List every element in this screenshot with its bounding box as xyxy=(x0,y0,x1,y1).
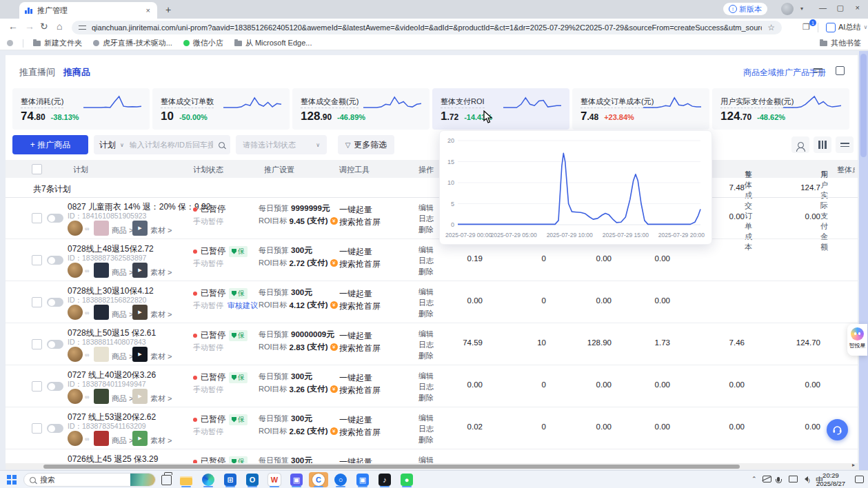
taskbar-app-app-indigo[interactable]: ▣ xyxy=(287,472,306,487)
other-bookmarks-button[interactable]: 其他书签 xyxy=(820,38,861,48)
material-thumbnail[interactable]: ▶ xyxy=(132,347,148,362)
select-all-checkbox[interactable] xyxy=(32,164,42,174)
action-link[interactable]: 编辑 xyxy=(418,202,434,213)
material-link[interactable]: 素材 > xyxy=(150,436,172,446)
control-tools[interactable]: 一键起量搜索抢首屏 xyxy=(339,414,381,438)
bookmark-star-icon[interactable]: ☆ xyxy=(767,23,775,32)
action-link[interactable]: 编辑 xyxy=(418,286,434,297)
control-tools[interactable]: 一键起量搜索抢首屏 xyxy=(339,287,381,312)
plan-status-select[interactable]: 请筛选计划状态 ∨ xyxy=(236,135,327,154)
row-checkbox[interactable] xyxy=(32,423,42,434)
back-button[interactable]: ← xyxy=(8,21,18,32)
more-filters-button[interactable]: ▽ 更多筛选 xyxy=(338,135,394,154)
metric-card[interactable]: 整体成交订单数 10 -50.00% xyxy=(152,88,290,130)
control-tools[interactable]: 一键起量搜索抢首屏 xyxy=(339,203,381,228)
action-link[interactable]: 删除 xyxy=(418,266,434,277)
action-link[interactable]: 编辑 xyxy=(418,244,434,255)
col-plan[interactable]: 计划 xyxy=(73,165,88,175)
tab-live-room[interactable]: 推直播间 xyxy=(19,66,55,79)
metric-card[interactable]: 用户实际支付金额(元) 124.70 -48.62% xyxy=(712,88,849,130)
row-checkbox[interactable] xyxy=(32,297,42,307)
plan-enable-toggle[interactable] xyxy=(47,340,63,349)
fullscreen-icon[interactable] xyxy=(836,66,845,77)
action-link[interactable]: 删除 xyxy=(418,308,434,319)
material-thumbnail[interactable]: ▶ xyxy=(132,221,148,236)
taskbar-app-douyin[interactable]: ♪ xyxy=(375,472,394,487)
action-link[interactable]: 编辑 xyxy=(418,328,434,339)
table-settings-icon[interactable] xyxy=(836,136,854,153)
url-bar[interactable]: qianchuan.jinritemai.com/uni-prom?aavid=… xyxy=(72,21,782,34)
material-link[interactable]: 素材 > xyxy=(150,267,172,278)
site-settings-icon[interactable] xyxy=(79,25,86,31)
action-link[interactable]: 日志 xyxy=(418,213,434,224)
taskbar-search[interactable]: 搜索 xyxy=(23,473,156,487)
metric-card[interactable]: 整体支付ROI 1.72 -14.43% xyxy=(432,88,569,130)
row-actions[interactable]: 编辑日志删除 xyxy=(418,202,434,235)
action-link[interactable]: 编辑 xyxy=(418,412,434,423)
material-thumbnail[interactable]: ▶ xyxy=(132,305,148,320)
action-link[interactable]: 日志 xyxy=(418,297,434,308)
table-horizontal-scrollbar[interactable]: ▸ xyxy=(6,463,858,469)
microphone-icon[interactable] xyxy=(777,476,780,483)
product-link[interactable]: 商品 > xyxy=(112,309,133,320)
window-close-button[interactable]: × xyxy=(856,3,860,12)
add-promotion-button[interactable]: + 推广商品 xyxy=(12,135,88,154)
taskbar-app-edge-browser[interactable] xyxy=(199,472,218,487)
product-thumbnail[interactable] xyxy=(94,389,109,404)
material-thumbnail[interactable]: ▶ xyxy=(132,431,148,446)
sliders-icon[interactable] xyxy=(814,66,822,77)
col-clipped[interactable]: 整体成交 xyxy=(837,165,855,175)
row-checkbox[interactable] xyxy=(32,381,42,392)
search-icon[interactable] xyxy=(219,142,225,148)
row-actions[interactable]: 编辑日志删除 xyxy=(418,286,434,319)
bookmark-item[interactable]: 虎牙直播-技术驱动... xyxy=(93,38,172,48)
plan-title[interactable]: 0726线上45 退25 保3.29 xyxy=(68,454,158,463)
new-tab-button[interactable]: + xyxy=(165,4,171,15)
notification-icon[interactable] xyxy=(855,476,864,485)
product-link[interactable]: 商品 > xyxy=(112,352,133,362)
windows-start-button[interactable] xyxy=(7,475,17,485)
action-link[interactable]: 删除 xyxy=(418,392,434,403)
action-link[interactable]: 编辑 xyxy=(418,370,434,381)
metric-card[interactable]: 整体成交金额(元) 128.90 -46.89% xyxy=(292,88,430,130)
display-icon[interactable] xyxy=(789,476,798,484)
row-checkbox[interactable] xyxy=(32,339,42,349)
new-version-badge[interactable]: ! 新版本 xyxy=(723,3,767,15)
col-tools[interactable]: 调控工具 xyxy=(339,165,370,175)
action-link[interactable]: 日志 xyxy=(418,423,434,434)
assistant-widget[interactable]: 智投星 xyxy=(847,324,867,356)
row-actions[interactable]: 编辑日志删除 xyxy=(418,328,434,361)
row-actions[interactable]: 编辑日志删除 xyxy=(418,370,434,403)
action-link[interactable]: 日志 xyxy=(418,381,434,392)
col-actions[interactable]: 操作 xyxy=(418,165,434,175)
product-thumbnail[interactable] xyxy=(94,347,109,362)
speaker-icon[interactable]: ) xyxy=(802,476,810,483)
action-link[interactable]: 编辑 xyxy=(418,454,434,463)
page-scrollbar[interactable] xyxy=(859,51,868,470)
payout-coin-icon[interactable]: ¥ xyxy=(330,427,338,435)
reload-button[interactable]: ↻ xyxy=(40,21,48,32)
bookmark-item[interactable]: 微信小店 xyxy=(183,38,223,48)
metric-card[interactable]: 整体成交订单成本(元) 7.48 +23.84% xyxy=(572,88,709,130)
product-link[interactable]: 商品 > xyxy=(112,394,133,404)
payout-coin-icon[interactable]: ¥ xyxy=(330,259,338,267)
product-thumbnail[interactable] xyxy=(94,263,109,278)
audience-icon[interactable] xyxy=(791,136,809,153)
taskbar-clock[interactable]: 20:29 2025/8/27 xyxy=(815,471,847,488)
material-thumbnail[interactable]: ▶ xyxy=(132,263,148,278)
customer-service-button[interactable] xyxy=(827,419,848,440)
plan-enable-toggle[interactable] xyxy=(47,214,63,223)
taskbar-app-file-explorer[interactable] xyxy=(176,472,196,487)
payout-coin-icon[interactable]: ¥ xyxy=(330,217,338,225)
col-settings[interactable]: 推广设置 xyxy=(264,165,294,175)
touchpad-off-icon[interactable] xyxy=(763,476,771,484)
bookmark-item[interactable]: 从 Microsoft Edge... xyxy=(234,38,312,48)
payout-coin-icon[interactable]: ¥ xyxy=(330,385,338,393)
url-text[interactable]: qianchuan.jinritemai.com/uni-prom?aavid=… xyxy=(92,23,762,32)
plan-enable-toggle[interactable] xyxy=(47,424,63,433)
action-link[interactable]: 删除 xyxy=(418,350,434,361)
taskbar-app-app-blue-dot[interactable]: ○ xyxy=(331,472,350,487)
taskbar-app-outlook[interactable]: O xyxy=(243,472,262,487)
reading-mode-icon[interactable]: ❐1 xyxy=(803,22,813,32)
plan-search-input[interactable] xyxy=(128,140,214,150)
